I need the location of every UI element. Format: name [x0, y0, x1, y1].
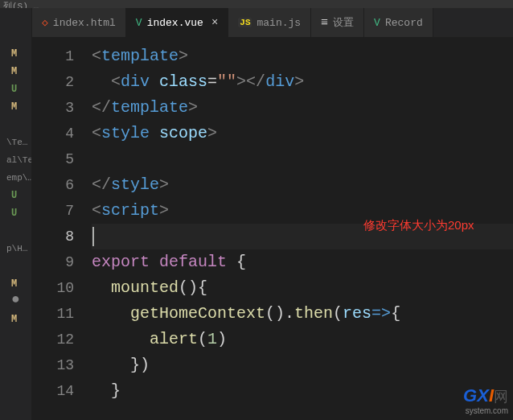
line-number: 10	[32, 275, 74, 301]
tab--[interactable]: ≡设置	[311, 8, 364, 37]
tab-bar: ◇index.htmlVindex.vue×JSmain.js≡设置VRecor…	[32, 8, 513, 37]
html-icon: ◇	[42, 16, 48, 29]
sidebar-spacer[interactable]	[0, 116, 31, 134]
code-line[interactable]: </style>	[92, 172, 513, 198]
line-number: 2	[32, 69, 74, 95]
tab-label: main.js	[256, 17, 301, 29]
tab-label: 设置	[333, 15, 354, 30]
code-line[interactable]: </template>	[92, 95, 513, 121]
app-container: MMUM\Te…al\Te…emp\…UUp\H…M●M ◇index.html…	[0, 8, 513, 420]
sidebar-mod[interactable]: M	[0, 275, 31, 293]
sidebar-mod[interactable]: M	[0, 311, 31, 328]
sidebar-mod[interactable]: M	[0, 63, 31, 80]
tab-label: index.vue	[147, 17, 203, 29]
text-cursor	[92, 227, 94, 246]
tab-label: Record	[385, 17, 423, 29]
sidebar-spacer[interactable]	[0, 222, 31, 240]
line-number: 7	[32, 198, 74, 224]
code-line[interactable]	[92, 146, 513, 172]
code-line[interactable]: alert(1)	[92, 327, 513, 352]
code-area[interactable]: <template> <div class=""></div></templat…	[92, 37, 513, 420]
js-icon: JS	[238, 18, 252, 27]
sidebar-path[interactable]: emp\…	[0, 169, 31, 187]
sidebar-u[interactable]: U	[0, 187, 31, 204]
sidebar-mod[interactable]: M	[0, 98, 31, 116]
line-number: 13	[32, 352, 74, 378]
code-line[interactable]: })	[92, 352, 513, 378]
sidebar-path[interactable]: \Te…	[0, 134, 31, 151]
tab-label: index.html	[53, 17, 116, 29]
line-number: 6	[32, 172, 74, 198]
code-line[interactable]: <div class=""></div>	[92, 69, 513, 95]
sidebar-u[interactable]: U	[0, 80, 31, 98]
code-line[interactable]: <template>	[92, 43, 513, 69]
code-line[interactable]: <script>	[92, 198, 513, 224]
tab-index-html[interactable]: ◇index.html	[32, 8, 126, 37]
tab-index-vue[interactable]: Vindex.vue×	[126, 8, 228, 37]
top-clipped-bar: 列(S) …	[0, 0, 513, 8]
sidebar-path[interactable]: al\Te…	[0, 151, 31, 169]
code-line[interactable]	[92, 224, 513, 249]
line-number: 1	[32, 43, 74, 69]
vue-icon: V	[374, 17, 380, 29]
vue-icon: V	[136, 17, 142, 29]
code-line[interactable]: getHomeContext().then(res=>{	[92, 301, 513, 327]
line-number: 8	[32, 224, 74, 249]
sidebar-spacer[interactable]	[0, 257, 31, 275]
watermark: GXI网 system.com	[463, 385, 508, 415]
line-number: 9	[32, 249, 74, 275]
sidebar-mod[interactable]: M	[0, 45, 31, 63]
editor[interactable]: 1234567891011121314 <template> <div clas…	[32, 37, 513, 420]
close-icon[interactable]: ×	[211, 16, 218, 29]
sidebar-dot[interactable]: ●	[0, 293, 31, 311]
tab-main-js[interactable]: JSmain.js	[228, 8, 311, 37]
tab-record[interactable]: VRecord	[364, 8, 433, 37]
line-number: 14	[32, 378, 74, 404]
line-number: 5	[32, 146, 74, 172]
settings-icon: ≡	[321, 16, 328, 30]
line-gutter: 1234567891011121314	[32, 37, 92, 420]
line-number: 4	[32, 121, 74, 146]
file-status-sidebar: MMUM\Te…al\Te…emp\…UUp\H…M●M	[0, 8, 32, 420]
code-line[interactable]: <style scope>	[92, 121, 513, 146]
code-line[interactable]: mounted(){	[92, 275, 513, 301]
code-line[interactable]: }	[92, 378, 513, 404]
sidebar-path[interactable]: p\H…	[0, 240, 31, 257]
line-number: 3	[32, 95, 74, 121]
code-line[interactable]: export default {	[92, 249, 513, 275]
sidebar-u[interactable]: U	[0, 204, 31, 222]
line-number: 12	[32, 327, 74, 352]
main-area: ◇index.htmlVindex.vue×JSmain.js≡设置VRecor…	[32, 8, 513, 420]
line-number: 11	[32, 301, 74, 327]
